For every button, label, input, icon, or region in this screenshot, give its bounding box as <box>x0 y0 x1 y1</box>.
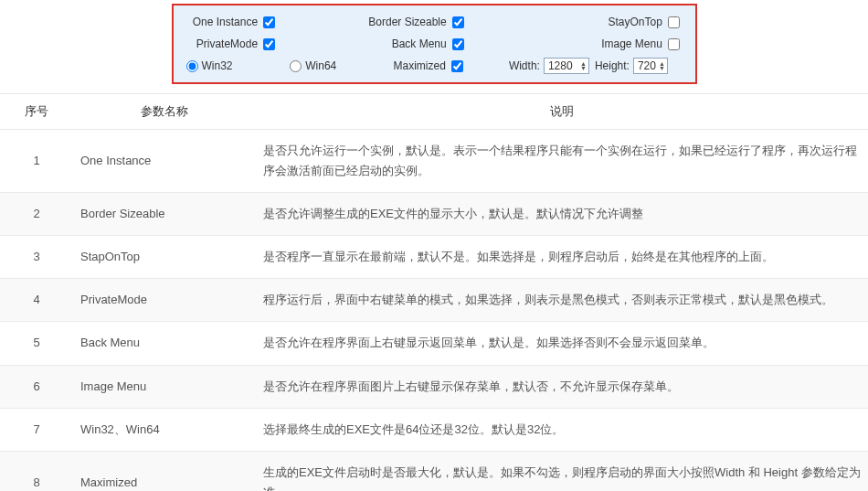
cell-name: Border Sizeable <box>73 193 256 236</box>
cell-no: 3 <box>0 236 73 279</box>
stay-on-top-label: StayOnTop <box>608 16 662 28</box>
settings-panel: One Instance Border Sizeable StayOnTop P… <box>172 4 697 84</box>
height-label: Height: <box>595 59 630 72</box>
private-mode-label: PrivateMode <box>196 37 258 50</box>
table-row: 4PrivateMode程序运行后，界面中右键菜单的模式，如果选择，则表示是黑色… <box>0 279 868 322</box>
cell-name: Maximized <box>73 451 256 491</box>
maximized-checkbox[interactable] <box>451 60 463 72</box>
table-row: 8Maximized生成的EXE文件启动时是否最大化，默认是。如果不勾选，则程序… <box>0 451 868 491</box>
win64-radio[interactable] <box>290 60 302 72</box>
parameter-table: 序号 参数名称 说明 1One Instance是否只允许运行一个实例，默认是。… <box>0 93 868 491</box>
cell-desc: 是否允许调整生成的EXE文件的显示大小，默认是。默认情况下允许调整 <box>256 193 868 236</box>
cell-desc: 选择最终生成的EXE文件是64位还是32位。默认是32位。 <box>256 408 868 451</box>
border-sizeable-checkbox[interactable] <box>452 16 464 28</box>
cell-desc: 是否允许在程序界面图片上右键显示保存菜单，默认否，不允许显示保存菜单。 <box>256 365 868 408</box>
table-row: 1One Instance是否只允许运行一个实例，默认是。表示一个结果程序只能有… <box>0 130 868 193</box>
one-instance-label: One Instance <box>193 16 258 28</box>
header-no: 序号 <box>0 94 73 130</box>
height-value: 720 <box>638 59 656 72</box>
private-mode-checkbox[interactable] <box>263 38 275 50</box>
cell-name: Win32、Win64 <box>73 408 256 451</box>
height-input[interactable]: 720 ▲▼ <box>633 58 668 74</box>
cell-no: 8 <box>0 451 73 491</box>
header-name: 参数名称 <box>73 94 256 130</box>
width-label: Width: <box>509 59 540 72</box>
height-down-icon[interactable]: ▼ <box>659 66 665 70</box>
back-menu-label: Back Menu <box>392 37 447 50</box>
width-value: 1280 <box>548 59 573 72</box>
width-input[interactable]: 1280 ▲▼ <box>544 58 589 74</box>
image-menu-checkbox[interactable] <box>668 38 680 50</box>
table-row: 6Image Menu是否允许在程序界面图片上右键显示保存菜单，默认否，不允许显… <box>0 365 868 408</box>
win64-label: Win64 <box>305 59 336 72</box>
table-row: 7Win32、Win64选择最终生成的EXE文件是64位还是32位。默认是32位… <box>0 408 868 451</box>
table-row: 2Border Sizeable是否允许调整生成的EXE文件的显示大小，默认是。… <box>0 193 868 236</box>
cell-no: 5 <box>0 322 73 365</box>
cell-name: Back Menu <box>73 322 256 365</box>
table-header-row: 序号 参数名称 说明 <box>0 94 868 130</box>
stay-on-top-checkbox[interactable] <box>668 16 680 28</box>
cell-no: 6 <box>0 365 73 408</box>
cell-name: StapOnTop <box>73 236 256 279</box>
cell-desc: 程序运行后，界面中右键菜单的模式，如果选择，则表示是黑色模式，否则表示正常模式，… <box>256 279 868 322</box>
cell-desc: 生成的EXE文件启动时是否最大化，默认是。如果不勾选，则程序启动的界面大小按照W… <box>256 451 868 491</box>
table-row: 5Back Menu是否允许在程序界面上右键显示返回菜单，默认是。如果选择否则不… <box>0 322 868 365</box>
width-down-icon[interactable]: ▼ <box>580 66 587 70</box>
win32-label: Win32 <box>202 59 233 72</box>
one-instance-checkbox[interactable] <box>263 16 275 28</box>
back-menu-checkbox[interactable] <box>452 38 464 50</box>
maximized-label: Maximized <box>394 59 446 72</box>
cell-no: 2 <box>0 193 73 236</box>
table-row: 3StapOnTop是否程序一直显示在最前端，默认不是。如果选择是，则程序启动后… <box>0 236 868 279</box>
cell-name: Image Menu <box>73 365 256 408</box>
cell-desc: 是否允许在程序界面上右键显示返回菜单，默认是。如果选择否则不会显示返回菜单。 <box>256 322 868 365</box>
cell-no: 4 <box>0 279 73 322</box>
cell-desc: 是否程序一直显示在最前端，默认不是。如果选择是，则程序启动后，始终是在其他程序的… <box>256 236 868 279</box>
cell-name: One Instance <box>73 130 256 193</box>
cell-no: 1 <box>0 130 73 193</box>
cell-name: PrivateMode <box>73 279 256 322</box>
image-menu-label: Image Menu <box>601 37 662 50</box>
border-sizeable-label: Border Sizeable <box>368 16 446 28</box>
cell-no: 7 <box>0 408 73 451</box>
header-desc: 说明 <box>256 94 868 130</box>
cell-desc: 是否只允许运行一个实例，默认是。表示一个结果程序只能有一个实例在运行，如果已经运… <box>256 130 868 193</box>
win32-radio[interactable] <box>186 60 198 72</box>
